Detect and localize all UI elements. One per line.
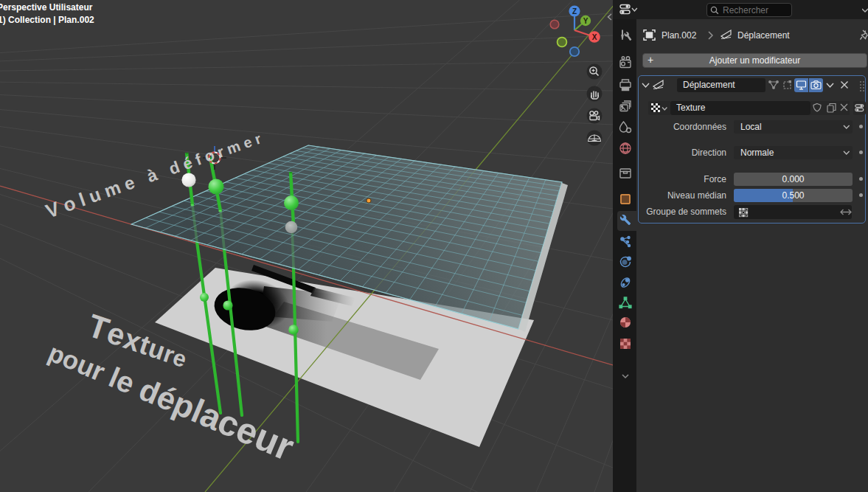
svg-text:Y: Y — [583, 17, 588, 25]
svg-text:X: X — [592, 33, 597, 41]
svg-text:Z: Z — [572, 7, 577, 15]
